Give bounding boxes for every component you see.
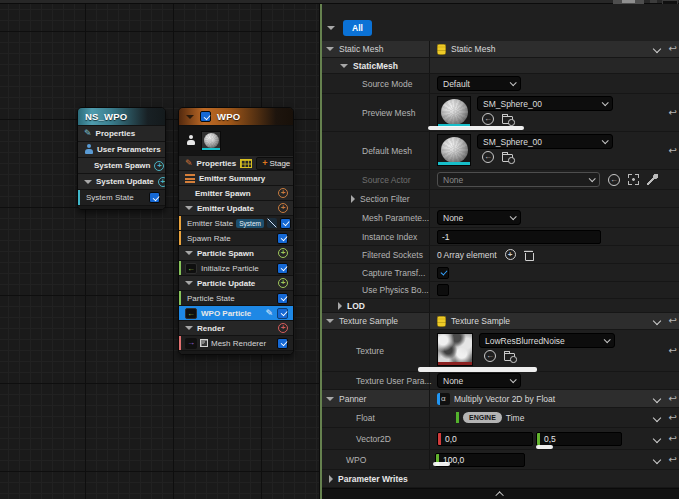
use-selected-actor-icon[interactable]: ← [608,174,620,186]
chevron-down-icon[interactable] [652,413,660,421]
chevron-right-icon[interactable] [338,302,342,310]
browse-to-asset-icon[interactable] [502,116,513,124]
reset-icon[interactable]: ↩ [669,108,677,118]
eyedropper-icon[interactable] [647,174,658,185]
system-node[interactable]: NS_WPO ✎ Properties User Parameters Syst… [77,107,166,210]
vector2d-x-field[interactable]: 0,0 [437,432,533,446]
default-mesh-dropdown[interactable]: SM_Sphere_00 [477,134,613,149]
category-static-mesh[interactable]: Static Mesh Static Mesh ↩ [322,41,679,58]
module-enabled-checkbox[interactable] [149,192,160,203]
spawn-rate-row[interactable]: Spawn Rate [179,230,293,245]
select-actor-icon[interactable] [628,174,639,185]
mesh-parameter-dropdown[interactable]: None [437,210,521,225]
chevron-down-icon[interactable] [186,115,194,119]
initialize-particle-row[interactable]: ← Initialize Particle [179,260,293,275]
group-staticmesh[interactable]: StaticMesh [322,58,679,74]
emitter-state-row[interactable]: Emitter State System [179,215,293,230]
vector2d-y-field[interactable]: 0,5 [536,432,622,446]
chevron-down-icon[interactable] [652,455,660,463]
use-physics-checkbox[interactable] [437,284,449,296]
preview-mesh-thumbnail[interactable] [437,96,471,128]
chevron-down-icon[interactable] [185,281,193,285]
particle-spawn-row[interactable]: Particle Spawn + [179,245,293,260]
add-element-icon[interactable]: + [505,249,516,260]
module-enabled-checkbox[interactable] [277,263,288,274]
add-module-icon[interactable]: + [278,188,288,198]
source-mode-dropdown[interactable]: Default [437,76,521,91]
reset-icon[interactable]: ↩ [669,434,677,444]
chevron-down-icon[interactable] [340,64,348,68]
emitter-spawn-row[interactable]: Emitter Spawn + [179,185,293,200]
use-selected-asset-icon[interactable]: ← [482,151,494,163]
capture-transform-checkbox[interactable] [437,267,449,279]
reset-icon[interactable]: ↩ [669,44,677,54]
chevron-down-icon[interactable] [185,326,193,330]
module-enabled-checkbox[interactable] [277,308,288,319]
texture-dropdown[interactable]: LowResBlurredNoise [479,333,615,348]
chevron-down-icon[interactable] [84,180,92,184]
chevron-down-icon[interactable] [326,47,334,51]
instance-index-field[interactable]: -1 [437,230,601,244]
emitter-properties-row[interactable]: ✎ Properties + Stage [179,155,293,170]
emitter-update-row[interactable]: Emitter Update + [179,200,293,215]
texture-user-param-dropdown[interactable]: None [437,373,521,388]
emitter-node[interactable]: WPO ✎ Properties + Stage Emitter Summary [178,107,294,355]
chevron-right-icon[interactable] [351,195,355,203]
chevron-down-icon[interactable] [326,397,334,401]
category-texture-sample[interactable]: Texture Sample Texture Sample ↩ [322,313,679,330]
browse-to-asset-icon[interactable] [504,353,515,361]
default-mesh-thumbnail[interactable] [437,134,471,166]
user-parameters-row[interactable]: User Parameters [78,141,165,157]
module-enabled-checkbox[interactable] [280,218,291,229]
category-panner[interactable]: Panner α Multiply Vector 2D by Float ↩ [322,390,679,408]
scroll-up-strip[interactable] [322,488,679,499]
emitter-enabled-checkbox[interactable] [200,111,211,122]
render-row[interactable]: Render + [179,320,293,335]
system-state-row[interactable]: System State [78,189,165,205]
system-properties-row[interactable]: ✎ Properties [78,125,165,141]
chevron-right-icon[interactable] [329,475,333,483]
chevron-down-icon[interactable] [185,251,193,255]
emitter-thumbnail-row[interactable] [179,125,293,155]
add-renderer-icon[interactable]: + [278,323,288,333]
add-module-icon[interactable]: + [278,248,288,258]
use-selected-asset-icon[interactable]: ← [482,113,494,125]
preview-mesh-dropdown[interactable]: SM_Sphere_00 [477,96,613,111]
source-actor-dropdown[interactable]: None [437,172,600,187]
module-enabled-checkbox[interactable] [277,338,288,349]
chevron-down-icon[interactable] [652,434,660,442]
use-selected-asset-icon[interactable]: ← [484,350,496,362]
chevron-down-icon[interactable] [326,319,334,323]
module-enabled-checkbox[interactable] [277,293,288,304]
module-enabled-checkbox[interactable] [277,233,288,244]
system-update-row[interactable]: System Update + [78,173,165,189]
add-module-icon[interactable]: + [278,203,288,213]
row-parameter-writes[interactable]: Parameter Writes [322,470,679,488]
add-stage-button[interactable]: + Stage [256,157,294,170]
chevron-down-icon[interactable] [185,206,193,210]
chevron-down-icon[interactable] [652,45,660,53]
reset-icon[interactable]: ↩ [669,146,677,156]
texture-thumbnail[interactable] [437,333,473,366]
add-module-icon[interactable]: + [154,161,164,171]
chevron-down-icon[interactable] [652,394,660,402]
trash-icon[interactable] [524,250,533,260]
summary-view-icon[interactable] [240,159,252,168]
wpo-particle-row-selected[interactable]: ← WPO Particle ✎ [179,305,293,320]
emitter-node-header[interactable]: WPO [179,108,293,125]
reset-icon[interactable]: ↩ [669,394,677,404]
system-node-header[interactable]: NS_WPO [78,108,165,125]
chevron-down-icon[interactable] [652,317,660,325]
reset-icon[interactable]: ↩ [669,316,677,326]
browse-to-asset-icon[interactable] [502,154,513,162]
system-spawn-row[interactable]: System Spawn + [78,157,165,173]
reset-icon[interactable]: ↩ [669,346,677,356]
node-graph-canvas[interactable]: NS_WPO ✎ Properties User Parameters Syst… [0,0,319,499]
mesh-renderer-row[interactable]: → Mesh Renderer [179,335,293,350]
filter-all-button[interactable]: All [343,20,372,36]
particle-update-row[interactable]: Particle Update + [179,275,293,290]
row-section-filter[interactable]: Section Filter [322,190,679,208]
particle-state-row[interactable]: Particle State [179,290,293,305]
add-module-icon[interactable]: + [278,278,288,288]
row-lod[interactable]: LOD [322,299,679,313]
